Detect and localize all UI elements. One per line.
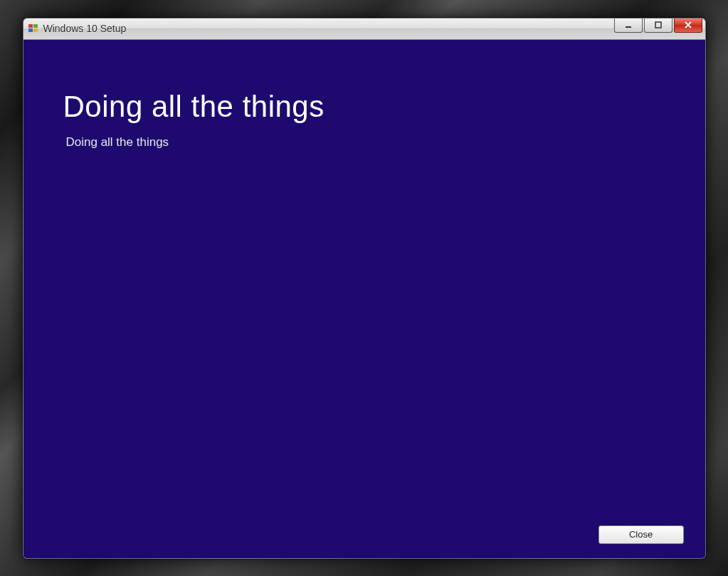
- close-icon: [684, 21, 692, 29]
- svg-rect-4: [626, 26, 631, 28]
- windows-flag-icon: [28, 23, 39, 34]
- minimize-icon: [624, 21, 633, 29]
- content-area: Doing all the things Doing all the thing…: [23, 40, 705, 558]
- window-controls: [614, 19, 702, 33]
- setup-window: Windows 10 Setup: [23, 18, 706, 559]
- window-title: Windows 10 Setup: [43, 18, 127, 39]
- svg-rect-2: [28, 28, 33, 32]
- titlebar[interactable]: Windows 10 Setup: [23, 19, 705, 40]
- close-window-button[interactable]: [674, 19, 702, 33]
- svg-rect-0: [28, 24, 33, 28]
- minimize-button[interactable]: [614, 19, 643, 33]
- footer: Close: [598, 525, 684, 544]
- desktop-background: Windows 10 Setup: [0, 0, 728, 576]
- svg-rect-1: [33, 24, 38, 28]
- page-heading: Doing all the things: [63, 90, 665, 124]
- svg-rect-3: [33, 28, 38, 32]
- maximize-icon: [654, 21, 663, 29]
- svg-rect-5: [655, 22, 661, 28]
- close-button[interactable]: Close: [598, 525, 684, 544]
- maximize-button[interactable]: [644, 19, 672, 33]
- page-subtext: Doing all the things: [63, 135, 665, 150]
